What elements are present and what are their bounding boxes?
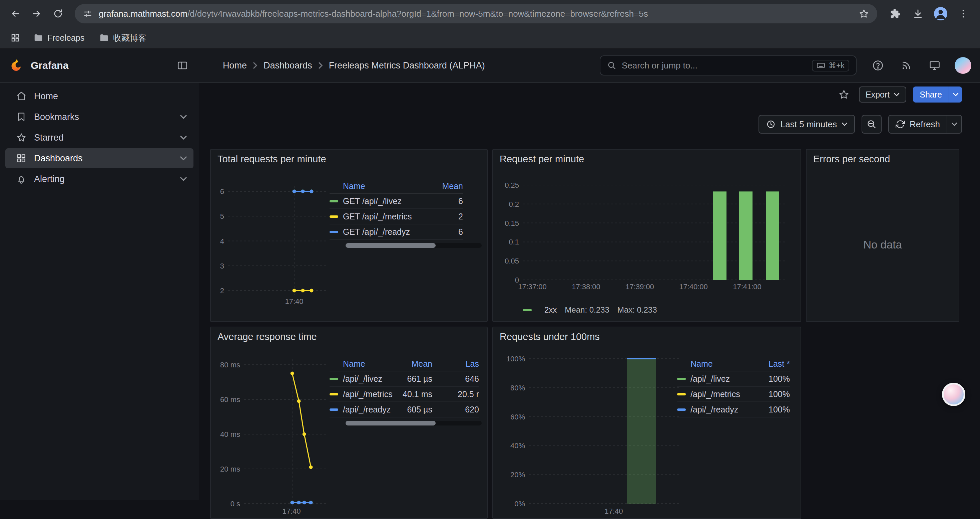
requests-per-minute-chart[interactable]: 0.250.20.150.10.05017:37:0017:38:0017:39… [493,168,791,302]
menu-button[interactable] [953,4,973,24]
shortcut-hint: ⌘+k [812,60,849,72]
panel-title[interactable]: Errors per second [807,150,959,168]
bookmark-item-freeleaps[interactable]: Freeleaps [28,31,90,45]
monitor-button[interactable] [926,57,943,74]
series-dash [329,393,338,395]
legend-header-mean[interactable]: Mean [394,359,432,369]
series-dash [329,409,338,411]
legend-header-name[interactable]: Name [343,181,426,191]
legend-header-mean[interactable]: Mean [426,181,463,191]
legend-row[interactable]: /api/_/metrics40.1 ms20.5 r [329,387,479,402]
legend-inline[interactable]: 2xx Mean: 0.233 Max: 0.233 [523,305,657,315]
chevron-down-icon [953,93,959,96]
legend-row[interactable]: /api/_/readyz100% [677,402,790,417]
favorite-dashboard-icon [838,89,850,100]
legend-header: Name Mean [329,179,463,194]
panel-errors-per-second: Errors per second No data [806,149,959,322]
panel-title[interactable]: Average response time [211,327,487,346]
average-response-time-chart[interactable]: 80 ms60 ms40 ms20 ms0 s17:40 [211,346,329,518]
panel-title[interactable]: Request per minute [493,150,800,168]
legend-table: Name Mean Las /api/_/livez661 µs646/api/… [329,357,483,425]
requests-under-100ms-chart[interactable]: 100%80%60%40%20%0%17:40 [493,346,693,518]
legend-series-name: /api/_/metrics [690,390,750,399]
forward-button[interactable] [27,4,47,24]
series-dash [329,216,338,218]
help-button[interactable] [869,57,886,74]
svg-text:17:40: 17:40 [605,507,623,515]
assistant-avatar[interactable] [942,383,965,406]
legend-max: Max: 0.233 [617,305,657,315]
dashboard-canvas: Total requests per minute 6543217:40 Nam… [199,139,980,500]
legend-header-name[interactable]: Name [343,359,394,369]
export-label: Export [865,90,889,99]
panel-average-response-time: Average response time 80 ms60 ms40 ms20 … [210,327,488,519]
sidebar-item-label: Alerting [34,174,173,184]
legend-header-last[interactable]: Last * [750,359,790,369]
extensions-button[interactable] [885,4,905,24]
folder-icon [33,33,43,43]
refresh-button[interactable]: Refresh [888,115,962,134]
favorite-dashboard-button[interactable] [835,86,852,103]
download-icon [912,8,924,19]
sidebar-toggle-button[interactable] [174,57,191,74]
chevron-down-icon[interactable] [180,135,187,140]
url-bar[interactable]: grafana.mathmast.com/d/deytv4rwavabkb/fr… [75,4,877,23]
time-range-picker[interactable]: Last 5 minutes [759,115,855,134]
legend-header-name[interactable]: Name [690,359,750,369]
refresh-label: Refresh [910,119,940,129]
legend-scrollbar [345,421,482,425]
export-button[interactable]: Export [859,86,906,102]
apps-grid-button[interactable] [7,29,24,46]
sidebar-item-bookmarks[interactable]: Bookmarks [5,107,194,127]
bookmark-item-blogs[interactable]: 收藏博客 [94,30,152,45]
svg-text:20 ms: 20 ms [220,465,240,473]
legend-value-last: 646 [432,374,479,384]
legend-row[interactable]: GET /api/_/livez6 [329,194,463,209]
legend-row[interactable]: GET /api/_/readyz6 [329,224,463,240]
svg-text:17:37:00: 17:37:00 [518,283,547,291]
legend-row[interactable]: /api/_/metrics100% [677,387,790,402]
scrollbar-thumb[interactable] [345,243,436,248]
breadcrumb-home[interactable]: Home [223,61,247,71]
chevron-down-icon[interactable] [180,115,187,119]
sidebar-item-alerting[interactable]: Alerting [5,169,194,189]
back-button[interactable] [5,4,25,24]
sidebar-item-starred[interactable]: Starred [5,128,194,148]
download-button[interactable] [908,4,928,24]
legend-row[interactable]: GET /api/_/metrics2 [329,209,463,224]
legend-row[interactable]: /api/_/livez100% [677,371,790,387]
sidebar-item-home[interactable]: Home [5,86,194,106]
legend-rows: GET /api/_/livez6GET /api/_/metrics2GET … [329,194,483,240]
profile-button[interactable] [931,4,951,24]
sidebar-item-dashboards[interactable]: Dashboards [5,148,194,168]
chevron-down-icon[interactable] [180,156,187,161]
grafana-logo[interactable] [10,58,24,72]
legend-series-name: /api/_/livez [690,374,750,384]
news-rss-button[interactable] [898,57,915,74]
user-avatar[interactable] [955,57,971,74]
legend-row[interactable]: /api/_/livez661 µs646 [329,371,479,387]
series-dash [329,200,338,203]
search-input[interactable]: Search or jump to... ⌘+k [600,56,857,75]
series-dash [329,378,338,380]
legend-header-last[interactable]: Las [432,359,479,369]
share-label: Share [920,90,942,99]
site-info-icon[interactable] [83,9,93,19]
share-button[interactable]: Share [913,86,962,102]
legend-row[interactable]: /api/_/readyz605 µs620 [329,402,479,417]
panel-title[interactable]: Requests under 100ms [493,327,800,346]
zoom-out-button[interactable] [862,115,881,134]
legend-value-last: 620 [432,405,479,414]
dashboard-main: Export Share Last 5 minutes [199,83,980,500]
panel-title[interactable]: Total requests per minute [211,150,487,168]
scrollbar-thumb[interactable] [345,421,436,425]
bookmark-page-icon[interactable] [859,8,869,19]
reload-button[interactable] [48,4,68,24]
refresh-interval-dropdown[interactable] [947,115,961,133]
svg-text:4: 4 [220,237,224,246]
share-dropdown-button[interactable] [949,86,962,102]
legend-value-mean: 605 µs [394,405,432,414]
chevron-down-icon[interactable] [180,177,187,181]
breadcrumb-dashboards[interactable]: Dashboards [264,61,312,71]
total-requests-chart[interactable]: 6543217:40 [211,168,329,319]
